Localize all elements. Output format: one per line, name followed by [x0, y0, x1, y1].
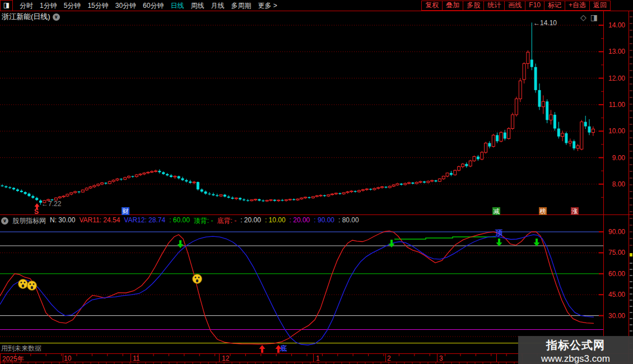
indicator-axis-label: 75.00	[608, 249, 625, 256]
param-segment: : 20.00	[290, 216, 310, 226]
chart-canvas[interactable]	[0, 0, 633, 364]
low-price-label: ←7.22	[41, 200, 61, 208]
watermark: 指标公式网 www.zbgs3.com	[518, 336, 633, 364]
time-axis-label: 3	[439, 354, 443, 362]
time-axis-label: 11	[133, 354, 139, 362]
event-badge: 榜	[539, 207, 547, 215]
indicator-axis-label: 90.00	[608, 228, 625, 236]
indicator-params: 股朋指标网N: 30.00VAR11: 24.54VAR12: 28.74: 6…	[12, 216, 359, 226]
param-segment: N: 30.00	[50, 216, 75, 226]
diamond-icon[interactable]: ◇	[580, 13, 587, 22]
indicator-param-row: ∨ 股朋指标网N: 30.00VAR11: 24.54VAR12: 28.74:…	[1, 216, 359, 226]
bottom-divergence-label: 底	[280, 344, 287, 353]
param-segment: 底背: -	[217, 216, 237, 226]
time-axis-label: 2025年	[2, 354, 24, 364]
sell-mark: S	[34, 208, 39, 216]
param-segment: : 10.00	[265, 216, 286, 226]
param-segment: VAR11: 24.54	[79, 216, 120, 226]
param-segment: : 60.00	[169, 216, 190, 226]
time-axis-label: 2	[387, 354, 391, 362]
watermark-url: www.zbgs3.com	[518, 353, 633, 364]
param-segment: 股朋指标网	[12, 216, 46, 226]
chevron-down-icon[interactable]: ∨	[1, 217, 8, 225]
param-segment: : 80.00	[338, 216, 359, 226]
chart-title-text: 浙江新能(日线)	[2, 12, 50, 22]
chart-corner-tools: ◇ ◨	[580, 13, 598, 22]
param-segment: 顶背: -	[194, 216, 213, 226]
top-divergence-label: 顶	[495, 228, 502, 238]
high-price-label: ←14.10	[533, 19, 557, 27]
time-axis-label: 10	[64, 354, 71, 362]
event-badge: 财	[122, 207, 129, 215]
indicator-axis-label: 45.00	[608, 291, 625, 298]
watermark-title: 指标公式网	[518, 338, 633, 353]
param-segment: VAR12: 28.74	[124, 216, 165, 226]
chevron-down-icon[interactable]: ∨	[53, 13, 60, 21]
indicator-axis-label: 30.00	[608, 312, 625, 320]
window-icon[interactable]: ◨	[590, 13, 598, 22]
time-axis-label: 12	[222, 354, 229, 362]
chart-title[interactable]: 浙江新能(日线) ∨	[2, 12, 60, 22]
future-data-warning: 用到未来数据	[1, 344, 41, 353]
time-axis-label: 1	[316, 354, 320, 362]
indicator-axis: 90.0075.0060.0045.0030.00	[604, 0, 629, 364]
param-segment: : 90.00	[314, 216, 334, 226]
indicator-axis-label: 60.00	[608, 270, 625, 278]
event-badge: 减	[492, 207, 500, 215]
app-window: ◨ 分时1分钟5分钟15分钟30分钟60分钟日线周线月线多周期更多 > 复权叠加…	[0, 0, 633, 364]
event-badge: 涨	[571, 207, 579, 215]
param-segment: : 20.00	[240, 216, 261, 226]
